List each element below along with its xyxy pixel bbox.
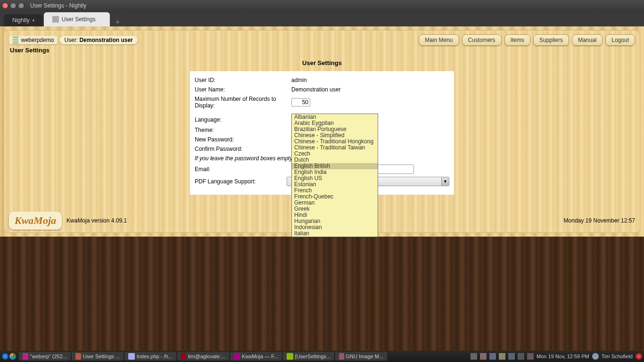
taskbar-item-label: User Settings ... [83,354,120,359]
taskbar-item-label: KwaMoja — F... [242,354,278,359]
company-icon [13,37,18,43]
volume-icon[interactable] [518,353,524,360]
taskbar-clock[interactable]: Mon 19 Nov, 12:59 PM [537,354,589,359]
chevron-down-icon: ▼ [441,177,449,186]
network-icon[interactable] [508,353,515,360]
nav-main-menu[interactable]: Main Menu [419,34,459,46]
taskbar-item-label: [UserSettings... [295,354,330,359]
user-avatar-icon[interactable] [592,353,599,360]
pdf-label: PDF Language Support: [195,178,287,185]
taskbar-item-label: "weberp" (252... [30,354,67,359]
mail-icon[interactable] [527,353,534,360]
company-name: weberpdemo [21,37,54,43]
company-badge[interactable]: weberpdemo [9,36,58,44]
app-icon [75,353,81,360]
taskbar-item-label: GNU Image M... [346,354,383,359]
power-icon[interactable] [636,353,642,360]
language-dropdown[interactable]: AlbanianArabic EygptianBrazilian Portugu… [291,114,378,237]
taskbar-item[interactable]: [UserSettings... [283,352,334,361]
app-icon [287,353,293,360]
theme-label: Theme: [195,127,291,133]
taskbar-item[interactable]: KwaMoja — F... [230,352,282,361]
logo[interactable]: KwaMoja [9,212,62,230]
taskbar-item[interactable]: User Settings ... [72,352,124,361]
user-badge[interactable]: User: Demonstration user [59,36,137,44]
user-prefix: User: [64,37,78,43]
nav-manual[interactable]: Manual [572,34,603,46]
tray-icon[interactable] [499,353,505,360]
nightly-menu-label: Nightly [12,17,30,24]
language-label: Language: [195,116,291,123]
max-records-label: Maximum Number of Records to Display: [195,96,291,109]
user-id-value: admin [291,77,307,83]
footer-datetime: Monday 19 November 12:57 [564,217,635,224]
start-menu-icon[interactable] [2,353,8,360]
user-id-label: User ID: [195,77,291,83]
taskbar-item-label: tim@aglovale:... [188,354,225,359]
tray-icon[interactable] [489,353,496,360]
nav-items[interactable]: Items [504,34,530,46]
chevron-down-icon: ▾ [33,18,34,23]
tray-icon[interactable] [471,353,477,360]
window-titlebar: User Settings - Nightly [0,0,644,11]
browser-tab-active[interactable]: User Settings [44,12,110,26]
background-lower [0,237,644,351]
taskbar-item[interactable]: index.php - /h... [124,352,176,361]
taskbar-item[interactable]: tim@aglovale:... [177,352,229,361]
email-label: Email: [195,166,291,173]
app-frame: weberpdemo User: Demonstration user Main… [4,30,640,233]
language-option[interactable]: Italian [292,230,378,237]
version-text: KwaMoja version 4.09.1 [66,217,127,224]
window-minimize-button[interactable] [10,2,17,9]
tab-title: User Settings [62,16,96,23]
app-icon [234,353,240,360]
user-display-name: Demonstration user [79,37,132,43]
app-icon [339,353,344,360]
nav-customers[interactable]: Customers [462,34,502,46]
chrome-icon[interactable] [9,353,16,360]
browser-tabbar: Nightly ▾ User Settings + [0,11,644,26]
page-title: User Settings [4,47,640,56]
taskbar-item[interactable]: GNU Image M... [335,352,387,361]
window-close-button[interactable] [2,2,8,9]
app-icon [128,353,135,360]
confirm-password-label: Confirm Password: [195,146,291,152]
taskbar-item[interactable]: "weberp" (252... [19,352,71,361]
max-records-input[interactable] [291,98,310,107]
user-name-label: User Name: [195,86,291,93]
window-title: User Settings - Nightly [30,2,86,9]
app-icon [23,353,28,360]
tab-favicon [52,16,59,23]
app-header: weberpdemo User: Demonstration user Main… [4,31,640,47]
app-icon [181,353,186,360]
taskbar-item-label: index.php - /h... [137,354,173,359]
window-maximize-button[interactable] [18,2,25,9]
new-tab-button[interactable]: + [111,18,124,26]
os-taskbar: "weberp" (252...User Settings ...index.p… [0,351,644,362]
nightly-menu-tab[interactable]: Nightly ▾ [4,14,43,26]
nav-suppliers[interactable]: Suppliers [533,34,569,46]
new-password-label: New Password: [195,136,291,143]
panel-heading: User Settings [4,56,640,66]
browser-viewport: weberpdemo User: Demonstration user Main… [0,26,644,351]
user-name-value: Demonstration user [291,86,341,93]
tray-icon[interactable] [480,353,487,360]
taskbar-user[interactable]: Tim Schofield [602,354,633,359]
nav-logout[interactable]: Logout [605,34,635,46]
